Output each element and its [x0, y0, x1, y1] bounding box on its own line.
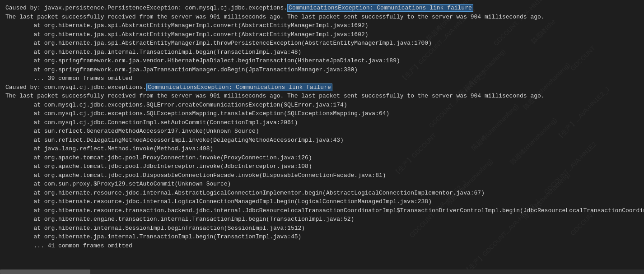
highlight-l11: CommunicationsException: Communications …	[146, 84, 332, 91]
log-line-l14: at com.mysql.cj.jdbc.exceptions.SQLError…	[5, 101, 639, 110]
log-line-l13: The last packet successfully received fr…	[5, 92, 639, 101]
log-line-l24: at org.hibernate.resource.jdbc.internal.…	[5, 189, 639, 198]
log-line-l9: at org.springframework.orm.jpa.JpaTransa…	[5, 65, 639, 74]
log-line-l15: at com.mysql.cj.jdbc.exceptions.SQLExcep…	[5, 109, 639, 118]
log-line-l26: at org.hibernate.resource.transaction.ba…	[5, 206, 639, 215]
log-line-l29: at org.hibernate.jpa.internal.Transactio…	[5, 232, 639, 241]
log-line-l8: at org.springframework.orm.jpa.vendor.Hi…	[5, 56, 639, 65]
log-line-l19: at java.lang.reflect.Method.invoke(Metho…	[5, 144, 639, 153]
log-line-l20: at org.apache.tomcat.jdbc.pool.ProxyConn…	[5, 153, 639, 163]
log-line-l11: Caused by: com.mysql.cj.jdbc.exceptions.…	[5, 83, 639, 92]
log-line-l3: The last packet successfully received fr…	[5, 13, 639, 22]
horizontal-scrollbar[interactable]	[0, 269, 644, 274]
log-line-l10: ... 39 common frames omitted	[5, 74, 639, 83]
log-container: Caused by: javax.persistence.Persistence…	[0, 0, 644, 254]
log-line-l30: ... 41 common frames omitted	[5, 241, 639, 251]
log-line-l27: at org.hibernate.engine.transaction.inte…	[5, 215, 639, 224]
log-line-l25: at org.hibernate.resource.jdbc.internal.…	[5, 197, 639, 206]
log-line-l7: at org.hibernate.jpa.internal.Transactio…	[5, 48, 639, 57]
log-line-l22: at org.apache.tomcat.jdbc.pool.Disposabl…	[5, 171, 639, 180]
log-line-l23: at com.sun.proxy.$Proxy129.setAutoCommit…	[5, 180, 639, 189]
log-line-l1: Caused by: javax.persistence.Persistence…	[5, 4, 639, 13]
log-line-l21: at org.apache.tomcat.jdbc.pool.JdbcInter…	[5, 162, 639, 171]
log-line-l17: at sun.reflect.GeneratedMethodAccessor19…	[5, 127, 639, 136]
log-line-l18: at sun.reflect.DelegatingMethodAccessorI…	[5, 136, 639, 145]
scrollbar-thumb[interactable]	[0, 269, 90, 274]
log-line-l28: at org.hibernate.internal.SessionImpl.be…	[5, 224, 639, 233]
log-line-l16: at com.mysql.cj.jdbc.ConnectionImpl.setA…	[5, 118, 639, 127]
log-line-l4: at org.hibernate.jpa.spi.AbstractEntityM…	[5, 21, 639, 30]
log-line-l5: at org.hibernate.jpa.spi.AbstractEntityM…	[5, 30, 639, 39]
highlight-l1: CommunicationsException: Communications …	[287, 4, 473, 12]
log-line-l6: at org.hibernate.jpa.spi.AbstractEntityM…	[5, 39, 639, 48]
